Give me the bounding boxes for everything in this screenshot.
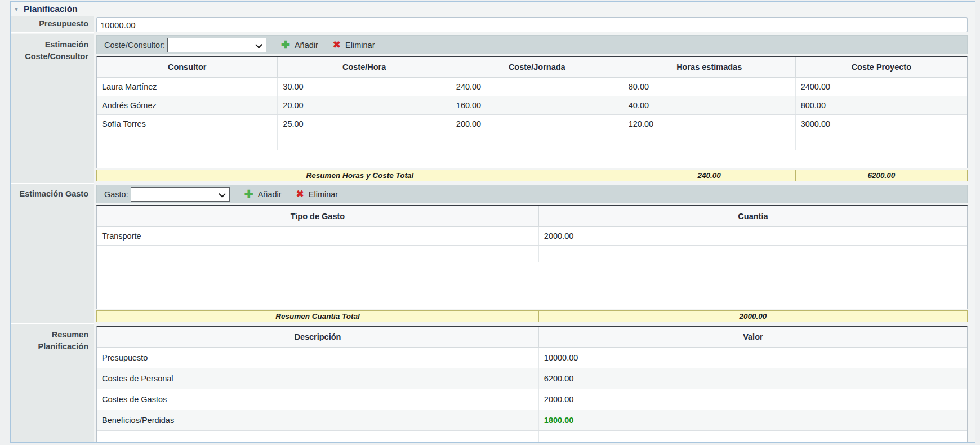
cell-horas: 40.00 [623, 96, 796, 114]
gasto-section-label: Estimación Gasto [11, 184, 94, 324]
cell-descripcion: Costes de Personal [97, 368, 539, 389]
consultor-summary-total-coste: 6200.00 [796, 170, 967, 181]
coste-consultor-toolbar: Coste/Consultor: ✚ Añadir ✖ Eliminar [96, 35, 968, 54]
cell-coste-proyecto: 2400.00 [796, 78, 967, 96]
consultor-summary-row: Resumen Horas y Coste Total 240.00 6200.… [96, 170, 968, 181]
header-descripcion: Descripción [97, 327, 539, 347]
consultor-table-row[interactable]: Andrés Gómez 20.00 160.00 40.00 800.00 [97, 96, 967, 115]
coste-consultor-section-label: Estimación Coste/Consultor [11, 34, 94, 184]
coste-consultor-select[interactable] [167, 38, 266, 52]
gasto-table: Tipo de Gasto Cuantía Transporte 2000.00 [96, 205, 968, 309]
cell-coste-jornada: 240.00 [451, 78, 623, 96]
resumen-section-label: Resumen Planificación [11, 324, 94, 443]
coste-consultor-select-label: Coste/Consultor: [104, 41, 165, 50]
resumen-table-header: Descripción Valor [97, 327, 967, 348]
header-cuantia: Cuantía [539, 206, 967, 226]
consultor-table-row[interactable]: Laura Martínez 30.00 240.00 80.00 2400.0… [97, 78, 967, 96]
cell-valor: 6200.00 [539, 368, 967, 389]
gasto-select[interactable] [131, 187, 230, 202]
chevron-down-icon [167, 38, 266, 52]
collapse-triangle-icon[interactable]: ▾ [15, 5, 24, 13]
presupuesto-label: Presupuesto [11, 16, 94, 33]
empty-row [97, 246, 967, 262]
cell-cuantia: 2000.00 [539, 227, 967, 245]
red-x-icon: ✖ [333, 40, 341, 50]
gasto-toolbar: Gasto: ✚ Añadir ✖ Eliminar [96, 185, 968, 203]
chevron-down-icon [131, 187, 230, 202]
cell-descripcion: Presupuesto [97, 348, 539, 368]
cell-coste-proyecto: 800.00 [796, 96, 967, 114]
resumen-table-row[interactable]: Beneficios/Perdidas 1800.00 [97, 410, 967, 431]
cell-descripcion: Beneficios/Perdidas [97, 410, 539, 430]
red-x-icon: ✖ [296, 189, 304, 199]
presupuesto-row: Presupuesto [11, 16, 975, 34]
header-consultor: Consultor [97, 57, 278, 77]
gasto-table-header: Tipo de Gasto Cuantía [97, 206, 967, 227]
coste-consultor-section: Estimación Coste/Consultor Coste/Consult… [11, 34, 975, 184]
resumen-table-row[interactable]: Presupuesto 10000.00 [97, 348, 967, 368]
add-button-label: Añadir [258, 190, 282, 199]
panel-title: Planificación [24, 4, 78, 14]
planificacion-panel: ▾ Planificación Presupuesto Estimación C… [10, 1, 975, 443]
consultor-table-row[interactable]: Sofía Torres 25.00 200.00 120.00 3000.00 [97, 115, 967, 134]
cell-coste-hora: 25.00 [278, 115, 451, 133]
title-divider [83, 10, 968, 10]
empty-row [97, 134, 967, 150]
resumen-section: Resumen Planificación Descripción Valor … [11, 324, 975, 443]
cell-coste-hora: 20.00 [278, 96, 451, 114]
resumen-table-row[interactable]: Costes de Personal 6200.00 [97, 368, 967, 389]
gasto-summary-row: Resumen Cuantía Total 2000.00 [96, 310, 968, 322]
gasto-table-row[interactable]: Transporte 2000.00 [97, 227, 967, 246]
table-filler [97, 150, 967, 168]
cell-horas: 80.00 [623, 78, 796, 96]
resumen-table: Descripción Valor Presupuesto 10000.00 C… [96, 326, 968, 443]
consultor-summary-label: Resumen Horas y Coste Total [97, 170, 623, 181]
consultor-add-button[interactable]: ✚ Añadir [281, 39, 318, 50]
header-coste-hora: Coste/Hora [278, 57, 451, 77]
cell-consultor: Laura Martínez [97, 78, 278, 96]
gasto-add-button[interactable]: ✚ Añadir [244, 189, 282, 199]
add-button-label: Añadir [295, 41, 318, 50]
cell-descripcion: Costes de Gastos [97, 389, 539, 410]
cell-coste-jornada: 160.00 [451, 96, 623, 114]
gasto-section: Estimación Gasto Gasto: ✚ Añadir ✖ Elimi… [11, 184, 975, 324]
gasto-delete-button[interactable]: ✖ Eliminar [296, 189, 338, 199]
cell-coste-proyecto: 3000.00 [796, 115, 967, 133]
consultor-table: Consultor Coste/Hora Coste/Jornada Horas… [96, 56, 968, 168]
resumen-table-row[interactable]: Costes de Gastos 2000.00 [97, 389, 967, 410]
delete-button-label: Eliminar [309, 190, 338, 199]
table-filler [97, 262, 967, 309]
plus-icon: ✚ [281, 39, 290, 50]
cell-valor-beneficios: 1800.00 [539, 410, 967, 430]
plus-icon: ✚ [244, 189, 253, 199]
cell-tipo-gasto: Transporte [97, 227, 539, 245]
header-valor: Valor [539, 327, 967, 347]
cell-horas: 120.00 [623, 115, 796, 133]
cell-consultor: Andrés Gómez [97, 96, 278, 114]
gasto-summary-label: Resumen Cuantía Total [97, 311, 539, 322]
cell-coste-jornada: 200.00 [451, 115, 623, 133]
cell-coste-hora: 30.00 [278, 78, 451, 96]
consultor-table-header: Consultor Coste/Hora Coste/Jornada Horas… [97, 57, 967, 78]
gasto-summary-total: 2000.00 [539, 311, 967, 322]
presupuesto-input[interactable] [96, 17, 968, 32]
header-coste-jornada: Coste/Jornada [451, 57, 623, 77]
consultor-delete-button[interactable]: ✖ Eliminar [333, 40, 375, 50]
panel-header: ▾ Planificación [11, 2, 975, 16]
header-tipo-gasto: Tipo de Gasto [97, 206, 539, 226]
delete-button-label: Eliminar [345, 41, 375, 50]
empty-row [97, 431, 967, 443]
cell-valor: 2000.00 [539, 389, 967, 410]
cell-consultor: Sofía Torres [97, 115, 278, 133]
header-horas-estimadas: Horas estimadas [623, 57, 796, 77]
header-coste-proyecto: Coste Proyecto [796, 57, 967, 77]
gasto-select-label: Gasto: [104, 190, 128, 199]
cell-valor: 10000.00 [539, 348, 967, 368]
consultor-summary-total-horas: 240.00 [623, 170, 796, 181]
